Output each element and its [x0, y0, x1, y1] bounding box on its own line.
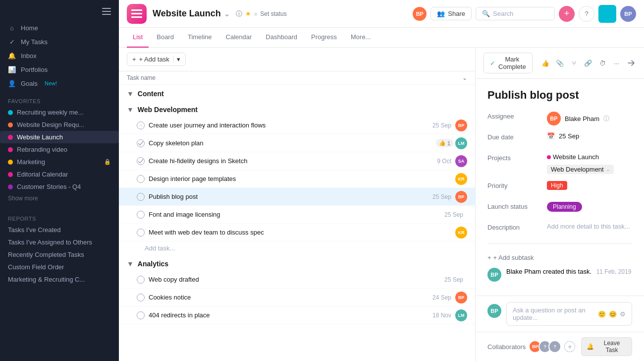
- help-button[interactable]: ?: [579, 6, 594, 22]
- reports-item-marketing-recruiting[interactable]: Marketing & Recruiting C...: [0, 273, 119, 286]
- close-panel-button[interactable]: [626, 56, 636, 70]
- sidebar-item-home[interactable]: ⌂ Home: [4, 21, 115, 35]
- emoji-smile-icon[interactable]: 🙂: [598, 310, 606, 318]
- branch-button[interactable]: ⑂: [569, 56, 579, 70]
- search-box[interactable]: 🔍 Search: [476, 7, 555, 20]
- sidebar-item-inbox[interactable]: 🔔 Inbox: [4, 49, 115, 62]
- sidebar-item-portfolios[interactable]: 📊 Portfolios: [4, 62, 115, 76]
- task-row-selected[interactable]: Publish blog post 25 Sep BP: [119, 188, 475, 206]
- svg-rect-4: [131, 13, 142, 14]
- comment-input[interactable]: Ask a question or post an update... 🙂 😊 …: [506, 302, 632, 326]
- project-tag-web-development[interactable]: Web Development ⌄: [547, 165, 614, 174]
- emoji-smiley-icon[interactable]: 😊: [609, 310, 617, 318]
- task-check[interactable]: [137, 294, 145, 301]
- share-button[interactable]: 👥 Share: [430, 7, 472, 20]
- task-check[interactable]: [137, 229, 145, 237]
- sidebar-fav-rebranding[interactable]: Rebranding video: [0, 143, 119, 156]
- add-button[interactable]: +: [559, 6, 575, 22]
- tag-chevron-icon: ⌄: [606, 167, 610, 172]
- sidebar-fav-recruiting[interactable]: Recruiting weekly me...: [0, 106, 119, 119]
- reports-item-tasks-created[interactable]: Tasks I've Created: [0, 224, 119, 236]
- thumbs-up-button[interactable]: 👍: [540, 56, 551, 70]
- tab-timeline[interactable]: Timeline: [182, 28, 218, 48]
- tab-calendar[interactable]: Calendar: [220, 28, 258, 48]
- task-check[interactable]: [137, 211, 145, 219]
- sidebar-fav-website-design[interactable]: Website Design Requ...: [0, 119, 119, 131]
- task-check[interactable]: [137, 193, 145, 201]
- description-value[interactable]: Add more detail to this task...: [547, 223, 630, 230]
- reports-item-recently-completed[interactable]: Recently Completed Tasks: [0, 248, 119, 261]
- reports-item-tasks-assigned[interactable]: Tasks I've Assigned to Others: [0, 236, 119, 248]
- reports-item-custom-field-order[interactable]: Custom Field Order: [0, 261, 119, 273]
- task-row[interactable]: Create hi-fidelity designs in Sketch 9 O…: [119, 152, 475, 170]
- collaborators-avatars: BP ? ?: [529, 340, 561, 353]
- tab-board[interactable]: Board: [151, 28, 180, 48]
- sidebar-fav-website-launch[interactable]: Website Launch ···: [0, 131, 119, 143]
- emoji-settings-icon[interactable]: ⚙: [620, 310, 626, 318]
- show-more-button[interactable]: Show more: [0, 193, 119, 204]
- set-status-label[interactable]: Set status: [260, 10, 286, 17]
- task-check[interactable]: [137, 139, 145, 147]
- add-collaborator-button[interactable]: +: [564, 341, 575, 352]
- mark-complete-button[interactable]: ✓ Mark Complete: [483, 53, 533, 73]
- sidebar-fav-editorial[interactable]: Editorial Calendar: [0, 168, 119, 180]
- due-date-field: Due date 📅 25 Sep: [487, 132, 632, 146]
- task-check[interactable]: [137, 175, 145, 183]
- attachment-button[interactable]: 📎: [554, 56, 565, 70]
- sidebar-fav-customer-stories[interactable]: Customer Stories - Q4: [0, 180, 119, 193]
- projects-field: Projects Website Launch Web Development …: [487, 153, 632, 174]
- tab-list[interactable]: List: [127, 28, 149, 48]
- task-check[interactable]: ○: [137, 121, 145, 129]
- task-row[interactable]: Copy skeleton plan 👍1 LM: [119, 134, 475, 152]
- add-task-button[interactable]: + + Add task ▾: [127, 53, 186, 66]
- sidebar-fav-marketing[interactable]: Marketing 🔒: [0, 156, 119, 168]
- task-check[interactable]: [137, 311, 145, 319]
- link-button[interactable]: 🔗: [583, 56, 593, 70]
- tab-more[interactable]: More...: [345, 28, 376, 48]
- task-check[interactable]: [137, 276, 145, 284]
- task-row[interactable]: Web copy drafted 25 Sep: [119, 271, 475, 289]
- search-icon: 🔍: [482, 10, 490, 17]
- section-chevron-icon[interactable]: ▼: [127, 106, 134, 114]
- more-options-button[interactable]: ···: [611, 56, 622, 70]
- fav-dot: [8, 172, 13, 177]
- project-title: Website Launch ⌄: [153, 8, 230, 19]
- sidebar-item-goals[interactable]: 👤 Goals New!: [4, 76, 115, 90]
- priority-value[interactable]: High: [547, 181, 567, 190]
- sidebar-toggle[interactable]: [0, 0, 119, 19]
- launch-status-value[interactable]: Planning: [547, 202, 582, 212]
- info-icon[interactable]: ⓘ: [236, 9, 242, 18]
- profile-avatar[interactable]: BP: [620, 6, 636, 22]
- task-row[interactable]: Cookies notice 24 Sep BP: [119, 289, 475, 306]
- launch-status-badge: Planning: [547, 202, 582, 212]
- task-row[interactable]: Meet with web dev team to discuss spec K…: [119, 224, 475, 241]
- timer-button[interactable]: ⏱: [597, 56, 608, 70]
- assignee-value[interactable]: BP Blake Pham ⓘ: [547, 112, 609, 125]
- task-row[interactable]: Design interior page templates KR: [119, 170, 475, 188]
- fav-dot: [8, 110, 13, 115]
- task-check[interactable]: [137, 157, 145, 165]
- activity-avatar: BP: [487, 268, 501, 282]
- star-icon[interactable]: ★: [245, 10, 251, 17]
- tab-dashboard[interactable]: Dashboard: [260, 28, 303, 48]
- due-date-value[interactable]: 📅 25 Sep: [547, 132, 579, 140]
- tab-progress[interactable]: Progress: [305, 28, 343, 48]
- add-task-caret-icon[interactable]: ▾: [173, 56, 180, 63]
- section-chevron-icon[interactable]: ▼: [127, 90, 134, 98]
- sort-icon[interactable]: ⌄: [462, 74, 467, 81]
- section-chevron-icon[interactable]: ▼: [127, 260, 134, 268]
- task-row[interactable]: 404 redirects in place 18 Nov LM: [119, 306, 475, 324]
- add-subtask-button[interactable]: + + Add subtask: [487, 250, 632, 265]
- task-row[interactable]: ○ Create user journey and interaction fl…: [119, 117, 475, 134]
- leave-task-button[interactable]: 🔔 Leave Task: [581, 337, 632, 356]
- task-row[interactable]: Font and image licensing 25 Sep: [119, 206, 475, 224]
- add-task-inline[interactable]: Add task...: [119, 241, 475, 255]
- task-list-scroll[interactable]: ▼ Content ▼ Web Development ○ Create use…: [119, 85, 475, 361]
- projects-value[interactable]: Website Launch Web Development ⌄: [547, 153, 632, 174]
- share-icon: 👥: [437, 10, 445, 17]
- section-header-analytics: ▼ Analytics: [119, 255, 475, 271]
- launch-status-field: Launch status Planning: [487, 202, 632, 216]
- notifications-panel-icon[interactable]: [598, 5, 616, 23]
- project-title-chevron-icon[interactable]: ⌄: [224, 10, 230, 18]
- sidebar-item-my-tasks[interactable]: ✓ My Tasks: [4, 35, 115, 49]
